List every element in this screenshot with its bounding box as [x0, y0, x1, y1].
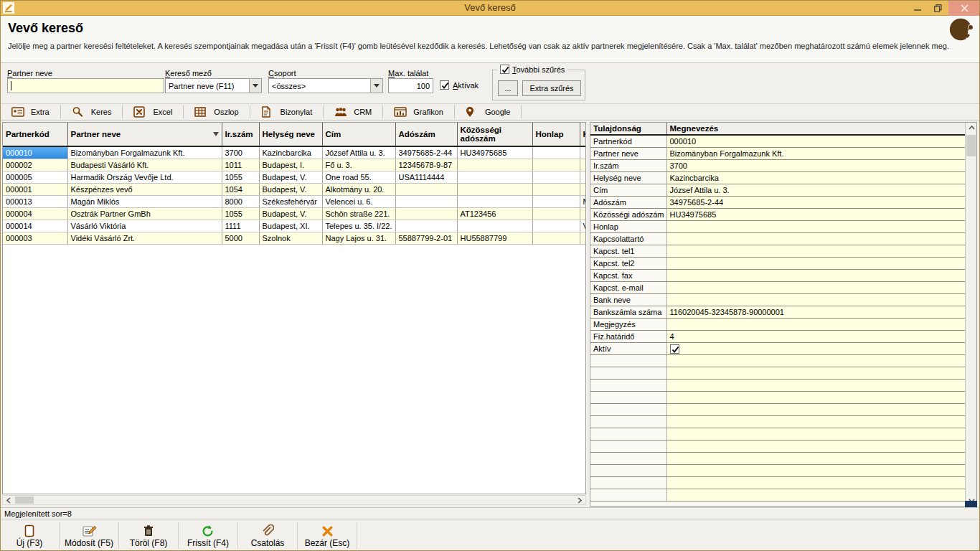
- table-cell[interactable]: Székesfehérvár: [259, 195, 322, 207]
- table-cell[interactable]: Schön straße 221.: [322, 207, 395, 220]
- table-cell[interactable]: [532, 195, 580, 207]
- details-empty-row[interactable]: [590, 476, 966, 489]
- table-cell[interactable]: [532, 220, 580, 232]
- table-row[interactable]: 000001Készpénzes vevő1054Budapest, V.Alk…: [3, 183, 585, 195]
- table-cell[interactable]: 8000: [222, 195, 259, 207]
- details-value[interactable]: [666, 391, 966, 403]
- bezar-esc-button[interactable]: Bezár (Esc): [298, 520, 357, 551]
- table-cell[interactable]: 1054: [222, 183, 259, 195]
- table-cell[interactable]: HU34975685: [457, 146, 532, 159]
- table-cell[interactable]: 1111: [222, 220, 259, 232]
- table-cell[interactable]: Budapest, XI.: [259, 220, 322, 232]
- table-cell[interactable]: AT123456: [457, 207, 532, 220]
- uj-f3-button[interactable]: Új (F3): [0, 520, 59, 551]
- table-cell[interactable]: [457, 220, 532, 232]
- toolbar-button-extra[interactable]: Extra: [1, 104, 60, 120]
- details-value[interactable]: [666, 428, 966, 440]
- dropdown-arrow-icon[interactable]: [370, 79, 382, 93]
- table-cell[interactable]: [532, 159, 580, 171]
- table-cell[interactable]: Nagy Lajos u. 31.: [322, 232, 395, 244]
- scroll-right-icon[interactable]: [574, 496, 585, 504]
- details-empty-row[interactable]: [590, 379, 966, 391]
- table-cell[interactable]: [532, 207, 580, 220]
- toolbar-button-bizonylat[interactable]: Bizonylat: [250, 104, 324, 120]
- details-value[interactable]: [666, 415, 966, 428]
- details-value[interactable]: [666, 318, 966, 330]
- table-row[interactable]: 000005Harmadik Ország Vevője Ltd.1055Bud…: [3, 171, 585, 183]
- details-row[interactable]: Partner neveBizományban Forgalmazunk Kft…: [590, 147, 966, 159]
- frissit-f4-button[interactable]: Frissít (F4): [179, 520, 237, 551]
- max-talalat-input[interactable]: [388, 78, 433, 93]
- table-cell[interactable]: V: [580, 220, 585, 232]
- details-row[interactable]: Fiz.határidő4: [590, 330, 966, 342]
- csoport-select[interactable]: <összes>: [268, 78, 383, 93]
- torol-f8-button[interactable]: Töröl (F8): [119, 520, 178, 551]
- details-value[interactable]: [666, 440, 966, 452]
- table-cell[interactable]: 000014: [3, 220, 67, 232]
- table-cell[interactable]: [532, 232, 580, 244]
- column-header-adoszam[interactable]: Adószám: [395, 123, 457, 146]
- table-cell[interactable]: Vásárló Viktória: [67, 220, 222, 232]
- details-row[interactable]: Partnerkód000010: [590, 135, 966, 147]
- details-empty-row[interactable]: [590, 367, 966, 379]
- toolbar-button-grafikon[interactable]: Grafikon: [383, 104, 454, 120]
- csatolas-button[interactable]: Csatolás: [238, 520, 297, 551]
- details-value[interactable]: [666, 281, 966, 293]
- toolbar-button-crm[interactable]: CRM: [324, 104, 382, 120]
- table-cell[interactable]: [457, 159, 532, 171]
- table-cell[interactable]: 5000: [222, 232, 259, 244]
- details-value[interactable]: [666, 452, 966, 464]
- table-cell[interactable]: [580, 232, 585, 244]
- minimize-button[interactable]: [907, 0, 928, 16]
- column-header-helyseg-neve[interactable]: Helység neve: [259, 123, 322, 146]
- details-empty-row[interactable]: [590, 489, 966, 501]
- details-empty-row[interactable]: [590, 440, 966, 452]
- details-value[interactable]: 000010: [666, 135, 966, 147]
- table-cell[interactable]: 000002: [3, 159, 67, 171]
- details-row[interactable]: Ir.szám3700: [590, 159, 966, 171]
- details-value[interactable]: Bizományban Forgalmazunk Kft.: [666, 147, 966, 159]
- close-button[interactable]: [948, 0, 980, 16]
- details-row[interactable]: Kapcst. tel2: [590, 257, 966, 269]
- table-cell[interactable]: [457, 195, 532, 207]
- aktivak-checkbox[interactable]: [440, 80, 449, 90]
- details-row[interactable]: Bankszámla száma116020045-32345878-90000…: [590, 306, 966, 318]
- details-row[interactable]: CímJózsef Attila u. 3.: [590, 184, 966, 196]
- details-value[interactable]: [666, 354, 966, 367]
- scroll-up-icon[interactable]: [966, 123, 977, 132]
- details-value[interactable]: [666, 232, 966, 245]
- table-cell[interactable]: Készpénzes vevő: [67, 183, 222, 195]
- table-cell[interactable]: Budapest, I.: [259, 159, 322, 171]
- details-empty-row[interactable]: [590, 428, 966, 440]
- details-value[interactable]: [666, 257, 966, 269]
- table-cell[interactable]: 1011: [222, 159, 259, 171]
- table-cell[interactable]: 55887799-2-01: [395, 232, 457, 244]
- toolbar-button-keres[interactable]: Keres: [61, 104, 123, 120]
- table-cell[interactable]: [580, 146, 585, 159]
- details-value[interactable]: [666, 464, 966, 476]
- table-row[interactable]: 000003Vidéki Vásárló Zrt.5000SzolnokNagy…: [3, 232, 585, 244]
- hscrollbar-thumb[interactable]: [15, 496, 34, 504]
- column-header-honlap[interactable]: Honlap: [532, 123, 580, 146]
- table-cell[interactable]: [395, 195, 457, 207]
- table-cell[interactable]: Alkotmány u. 20.: [322, 183, 395, 195]
- table-cell[interactable]: [580, 171, 585, 183]
- table-cell[interactable]: [580, 207, 585, 220]
- details-value[interactable]: József Attila u. 3.: [666, 184, 966, 196]
- table-cell[interactable]: 000010: [3, 146, 67, 159]
- table-cell[interactable]: Bizományban Forgalmazunk Kft.: [67, 146, 222, 159]
- details-row[interactable]: Adószám34975685-2-44: [590, 196, 966, 208]
- details-value[interactable]: Kazincbarcika: [666, 171, 966, 184]
- kereso-mezo-select[interactable]: Partner neve (F11): [165, 78, 262, 93]
- column-header-partnerkod[interactable]: Partnerkód: [3, 123, 67, 146]
- table-cell[interactable]: [532, 146, 580, 159]
- table-cell[interactable]: 000001: [3, 183, 67, 195]
- table-row[interactable]: 000010Bizományban Forgalmazunk Kft.3700K…: [3, 146, 585, 159]
- table-cell[interactable]: Szolnok: [259, 232, 322, 244]
- details-value[interactable]: [666, 379, 966, 391]
- table-cell[interactable]: Telepes u. 35. I/22.: [322, 220, 395, 232]
- table-cell[interactable]: Harmadik Ország Vevője Ltd.: [67, 171, 222, 183]
- details-value[interactable]: 4: [666, 330, 966, 342]
- table-cell[interactable]: 34975685-2-44: [395, 146, 457, 159]
- table-cell[interactable]: One road 55.: [322, 171, 395, 183]
